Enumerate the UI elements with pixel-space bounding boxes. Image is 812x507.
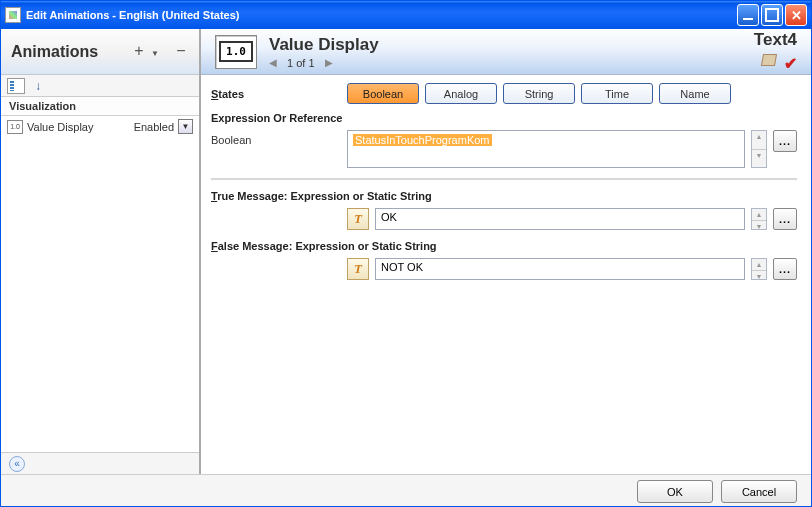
category-view-icon[interactable] [7, 78, 25, 94]
tab-time[interactable]: Time [581, 83, 653, 104]
list-item[interactable]: 1.0 Value Display Enabled ▼ [1, 116, 199, 137]
maximize-button[interactable] [761, 4, 783, 26]
remove-button[interactable]: − [173, 44, 189, 60]
minimize-button[interactable] [737, 4, 759, 26]
close-button[interactable] [785, 4, 807, 26]
expression-type-label: Boolean [211, 130, 341, 168]
value-display-header-icon: 1.0 [215, 35, 257, 69]
app-icon [5, 7, 21, 23]
window-title: Edit Animations - English (United States… [26, 9, 737, 21]
sidebar-title: Animations [11, 43, 127, 61]
pager: ◀ 1 of 1 ▶ [269, 57, 742, 69]
list-item-label: Value Display [27, 121, 130, 133]
sort-icon[interactable] [29, 78, 47, 94]
add-button[interactable]: + [131, 44, 147, 60]
add-dropdown-icon[interactable]: ▼ [147, 47, 163, 63]
section-visualization: Visualization [1, 97, 199, 116]
states-tabs: Boolean Analog String Time Name [347, 83, 731, 104]
states-label: States [211, 88, 341, 100]
tab-boolean[interactable]: Boolean [347, 83, 419, 104]
text-format-icon[interactable]: T [347, 208, 369, 230]
true-spinner[interactable]: ▲▼ [751, 208, 767, 230]
false-message-input[interactable]: NOT OK [375, 258, 745, 280]
divider [211, 178, 797, 180]
true-message-label: True Message: Expression or Static Strin… [211, 190, 797, 202]
browse-expression-button[interactable]: ... [773, 130, 797, 152]
browse-true-button[interactable]: ... [773, 208, 797, 230]
pager-prev-icon[interactable]: ◀ [269, 57, 277, 68]
true-message-input[interactable]: OK [375, 208, 745, 230]
collapse-sidebar-icon[interactable]: « [9, 456, 25, 472]
clear-icon[interactable] [761, 54, 777, 66]
sidebar-toolbar [1, 75, 199, 97]
text-format-icon[interactable]: T [347, 258, 369, 280]
main-panel: 1.0 Value Display ◀ 1 of 1 ▶ Text4 ✔ [201, 29, 811, 474]
tab-name[interactable]: Name [659, 83, 731, 104]
object-name: Text4 [754, 30, 797, 50]
false-spinner[interactable]: ▲▼ [751, 258, 767, 280]
animation-list: 1.0 Value Display Enabled ▼ [1, 116, 199, 452]
browse-false-button[interactable]: ... [773, 258, 797, 280]
expression-value: StatusInTouchProgramKom [353, 134, 492, 146]
expression-spinner[interactable]: ▲▼ [751, 130, 767, 168]
sidebar-header: Animations + ▼ − [1, 29, 199, 75]
list-item-status: Enabled [134, 121, 174, 133]
sidebar-footer: « [1, 452, 199, 474]
sidebar: Animations + ▼ − Visualization 1.0 Value… [1, 29, 201, 474]
ok-button[interactable]: OK [637, 480, 713, 503]
main-header: 1.0 Value Display ◀ 1 of 1 ▶ Text4 ✔ [201, 29, 811, 75]
status-dropdown[interactable]: ▼ [178, 119, 193, 134]
false-message-label: False Message: Expression or Static Stri… [211, 240, 797, 252]
value-display-icon: 1.0 [7, 120, 23, 134]
page-title: Value Display [269, 35, 742, 55]
expression-input[interactable]: StatusInTouchProgramKom [347, 130, 745, 168]
pager-text: 1 of 1 [287, 57, 315, 69]
expression-section-label: Expression Or Reference [211, 112, 797, 124]
cancel-button[interactable]: Cancel [721, 480, 797, 503]
tab-analog[interactable]: Analog [425, 83, 497, 104]
titlebar: Edit Animations - English (United States… [1, 1, 811, 29]
tab-string[interactable]: String [503, 83, 575, 104]
pager-next-icon[interactable]: ▶ [325, 57, 333, 68]
button-bar: OK Cancel [1, 474, 811, 507]
apply-check-icon[interactable]: ✔ [784, 54, 797, 73]
